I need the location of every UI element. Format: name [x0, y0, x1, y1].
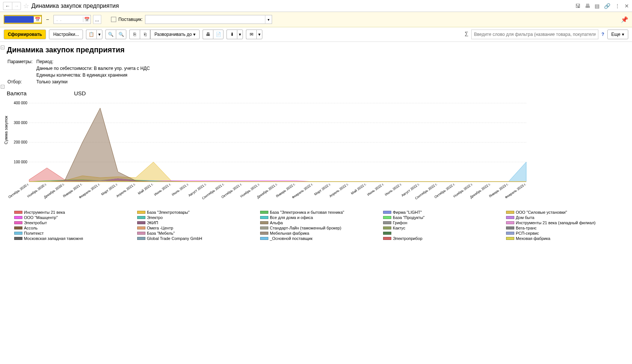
svg-text:Май 2021 г.: Май 2021 г. — [137, 182, 154, 195]
legend-item: Московская западная таможня — [14, 236, 133, 241]
supplier-label: Поставщик: — [118, 17, 143, 22]
back-button[interactable]: ← — [3, 2, 12, 10]
legend-item: База "Электроника и бытовая техника" — [260, 210, 379, 215]
svg-text:Март 2021 г.: Март 2021 г. — [101, 182, 118, 196]
legend-item: Ассоль — [14, 226, 133, 230]
search-button[interactable]: 🔍 — [105, 30, 116, 39]
forward-button[interactable]: → — [12, 2, 21, 10]
legend-item: Альфа — [260, 220, 379, 225]
legend-item: ЭКИП — [137, 220, 256, 225]
help-icon[interactable]: ? — [601, 32, 604, 37]
favorite-icon[interactable]: ☆ — [23, 2, 29, 10]
mail-dropdown[interactable]: ▾ — [256, 30, 262, 39]
legend-item: Омега -Центр — [137, 226, 256, 230]
save-dropdown[interactable]: ▾ — [237, 30, 243, 39]
period-picker-button[interactable]: ... — [93, 15, 101, 24]
date-to-field[interactable]: 📅 — [53, 15, 91, 24]
svg-text:Март 2022 г.: Март 2022 г. — [314, 182, 332, 196]
collapse-button[interactable]: ⎗ — [140, 30, 150, 39]
legend-item: База "Электротовары" — [137, 210, 256, 215]
date-from-input[interactable] — [4, 16, 34, 23]
legend-item: База "Мебель" — [137, 231, 256, 235]
legend-item: Электро — [137, 215, 256, 220]
supplier-checkbox[interactable] — [111, 17, 116, 22]
close-icon[interactable]: ✕ — [625, 3, 629, 9]
legend-item: ООО "Машцентр" — [14, 215, 133, 220]
legend-item: Меховая фабрика — [506, 236, 625, 241]
legend-item: Политекст — [14, 231, 133, 235]
currency-label: Валюта — [7, 90, 74, 96]
variants-button[interactable]: 📋 — [86, 30, 96, 39]
calendar-icon[interactable]: 📅 — [34, 17, 41, 22]
date-separator: – — [46, 17, 49, 22]
svg-text:Октябрь 2020 г.: Октябрь 2020 г. — [7, 182, 30, 199]
expand-to-button[interactable]: Разворачивать до ▾ — [150, 30, 200, 39]
more-icon[interactable]: ⋮ — [615, 3, 620, 9]
save-icon[interactable]: 🖫 — [575, 3, 580, 9]
legend-item: Фирма "LIGHT" — [383, 210, 502, 215]
print-icon[interactable]: 🖶 — [585, 3, 590, 9]
svg-text:Май 2022 г.: Май 2022 г. — [350, 182, 367, 195]
legend-item: Инструменты 21 века (западный филиал) — [506, 220, 625, 225]
legend-item — [383, 231, 502, 235]
legend-item: Инструменты 21 века — [14, 210, 133, 215]
legend-item: Электробыт — [14, 220, 133, 225]
variants-dropdown[interactable]: ▾ — [96, 30, 102, 39]
legend-item: Global Trade Company GmbH — [137, 236, 256, 241]
currency-value: USD — [74, 90, 86, 96]
legend-item: Все для дома и офиса — [260, 215, 379, 220]
date-to-input[interactable] — [54, 16, 83, 23]
print-button[interactable]: 🖶 — [203, 30, 213, 39]
svg-text:Июль 2022 г.: Июль 2022 г. — [384, 182, 403, 196]
mail-button[interactable]: ✉ — [246, 30, 256, 39]
chevron-down-icon[interactable]: ▾ — [265, 15, 272, 24]
calendar-icon[interactable]: 📅 — [83, 17, 90, 22]
link-icon[interactable]: 🔗 — [604, 3, 610, 9]
save-button[interactable]: ⬇ — [226, 30, 237, 39]
settings-button[interactable]: Настройки... — [49, 30, 83, 39]
svg-text:400 000: 400 000 — [14, 101, 28, 105]
svg-text:Апрель 2022 г.: Апрель 2022 г. — [329, 182, 349, 198]
legend-item: РСП-сервис — [506, 231, 625, 235]
legend-item: Вега-транс — [506, 226, 625, 230]
svg-text:Июль 2021 г.: Июль 2021 г. — [171, 182, 189, 196]
legend-item: Стандарт-Лайн (таможенный брокер) — [260, 226, 379, 230]
supplier-input[interactable] — [145, 15, 265, 24]
filter-word-input[interactable] — [471, 30, 598, 39]
svg-text:Июнь 2021 г.: Июнь 2021 г. — [153, 182, 172, 196]
svg-text:300 000: 300 000 — [14, 121, 28, 125]
collapse-toggle[interactable]: − — [1, 46, 4, 49]
report-icon[interactable]: ▤ — [595, 3, 599, 9]
more-button[interactable]: Еще ▾ — [607, 30, 628, 39]
page-title: Динамика закупок предприятия — [31, 3, 575, 9]
legend-item: Дом быта — [506, 215, 625, 220]
legend-item: Кактус — [383, 226, 502, 230]
legend-item: Мебельная фабрика — [260, 231, 379, 235]
sum-icon[interactable]: Σ — [465, 31, 468, 38]
svg-text:100 000: 100 000 — [14, 160, 28, 164]
svg-text:Июнь 2022 г.: Июнь 2022 г. — [366, 182, 385, 196]
date-from-field[interactable]: 📅 — [4, 15, 42, 24]
form-button[interactable]: Сформировать — [4, 30, 46, 39]
preview-button[interactable]: 📄 — [213, 30, 223, 39]
legend-item: ООО "Силовые установки" — [506, 210, 625, 215]
report-title: Динамика закупок предприятия — [7, 46, 625, 54]
svg-text:200 000: 200 000 — [14, 140, 28, 144]
collapse-toggle[interactable]: − — [1, 85, 4, 89]
legend-item: _Основной поставщик — [260, 236, 379, 241]
pin-icon[interactable]: 📌 — [621, 16, 628, 23]
chart: Сумма закупок 100 000200 000300 000400 0… — [7, 99, 625, 241]
search-next-button[interactable]: 🔍 — [116, 30, 126, 39]
svg-text:Апрель 2021 г.: Апрель 2021 г. — [115, 182, 136, 198]
report-params: Параметры:Период: Данные по себестоимост… — [7, 58, 154, 86]
expand-button[interactable]: ⎘ — [129, 30, 140, 39]
chart-ylabel: Сумма закупок — [4, 116, 8, 144]
legend-item: База "Продукты" — [383, 215, 502, 220]
legend-item: Грифон — [383, 220, 502, 225]
legend-item: Электроприбор — [383, 236, 502, 241]
